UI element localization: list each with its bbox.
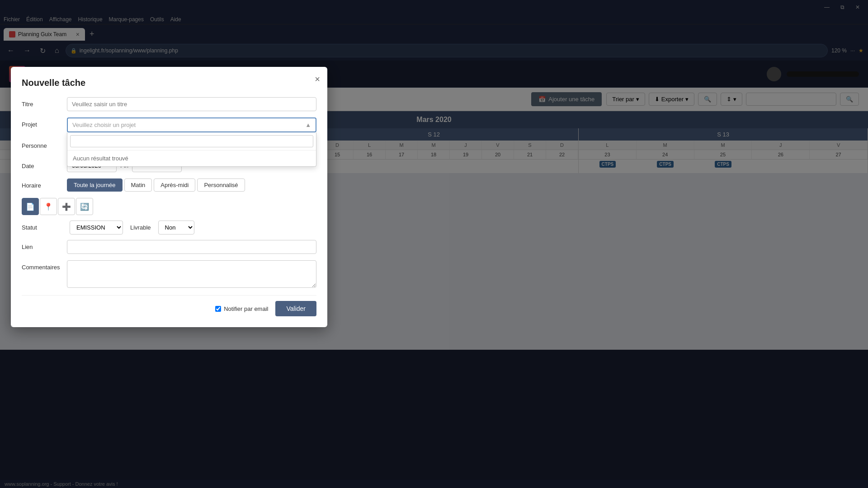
projet-label: Projet: [22, 117, 62, 128]
livrable-select[interactable]: Non Oui: [158, 221, 194, 235]
notify-checkbox[interactable]: [215, 306, 221, 312]
projet-dropdown-menu: Aucun résultat trouvé: [67, 132, 316, 167]
livrable-label: Livrable: [130, 224, 151, 231]
modal-title: Nouvelle tâche: [22, 78, 316, 88]
add-icon: ➕: [62, 202, 71, 211]
doc-icon: 📄: [26, 202, 35, 211]
statut-row: Statut EMISSION VALIDATION TERMINÉ Livra…: [22, 221, 316, 235]
projet-dropdown-trigger[interactable]: Veuillez choisir un projet ▲: [67, 117, 316, 132]
lien-row: Lien: [22, 240, 316, 254]
horaire-apres-midi[interactable]: Après-midi: [154, 178, 195, 192]
horaire-buttons: Toute la journée Matin Après-midi Person…: [67, 178, 245, 192]
commentaires-textarea[interactable]: [67, 260, 316, 288]
nouvelle-tache-modal: Nouvelle tâche × Titre Projet Veuillez c…: [11, 67, 327, 327]
statut-select[interactable]: EMISSION VALIDATION TERMINÉ: [70, 221, 123, 235]
tab-add-button[interactable]: ➕: [58, 198, 75, 215]
personne-label: Personne: [22, 139, 62, 149]
valider-button[interactable]: Valider: [275, 301, 316, 316]
modal-overlay: Nouvelle tâche × Titre Projet Veuillez c…: [0, 0, 868, 488]
projet-chevron-icon: ▲: [305, 122, 311, 128]
tab-repeat-button[interactable]: 🔄: [76, 198, 93, 215]
repeat-icon: 🔄: [80, 202, 89, 211]
horaire-row: Horaire Toute la journée Matin Après-mid…: [22, 178, 316, 192]
tab-icons-row: 📄 📍 ➕ 🔄: [22, 198, 316, 215]
statut-label: Statut: [22, 224, 62, 231]
tab-doc-button[interactable]: 📄: [22, 198, 39, 215]
modal-close-button[interactable]: ×: [315, 74, 320, 84]
projet-dropdown-container: Veuillez choisir un projet ▲ Aucun résul…: [67, 117, 316, 132]
date-label: Date: [22, 159, 62, 169]
commentaires-label: Commentaires: [22, 260, 62, 271]
titre-input[interactable]: [67, 97, 316, 111]
projet-row: Projet Veuillez choisir un projet ▲ Aucu…: [22, 117, 316, 132]
tab-location-button[interactable]: 📍: [40, 198, 57, 215]
horaire-personnalise[interactable]: Personnalisé: [197, 178, 245, 192]
notify-checkbox-label[interactable]: Notifier par email: [215, 305, 268, 312]
no-result-text: Aucun résultat trouvé: [67, 150, 316, 166]
commentaires-row: Commentaires: [22, 260, 316, 288]
lien-input[interactable]: [67, 240, 316, 254]
projet-search-box: [67, 132, 316, 150]
projet-placeholder: Veuillez choisir un projet: [72, 122, 136, 128]
horaire-matin[interactable]: Matin: [124, 178, 152, 192]
notify-label: Notifier par email: [224, 305, 268, 312]
modal-footer: Notifier par email Valider: [22, 295, 316, 316]
horaire-toute-journee[interactable]: Toute la journée: [67, 178, 123, 192]
location-icon: 📍: [44, 202, 53, 211]
projet-search-input[interactable]: [70, 135, 313, 147]
horaire-label: Horaire: [22, 178, 62, 189]
titre-label: Titre: [22, 97, 62, 108]
titre-row: Titre: [22, 97, 316, 111]
lien-label: Lien: [22, 240, 62, 250]
